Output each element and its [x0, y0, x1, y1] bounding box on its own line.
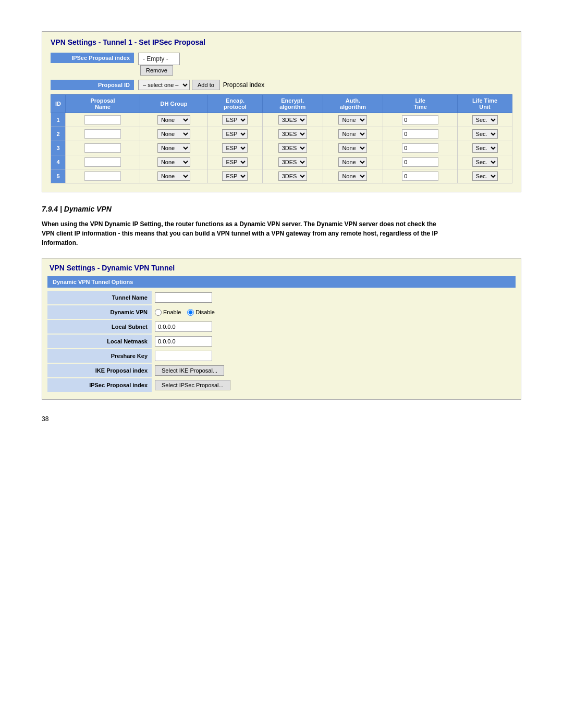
proposal-index-row: IPSec Proposal index - Empty - Remove — [51, 53, 512, 76]
unit-1-select[interactable]: Sec.Min.Hr. — [472, 129, 498, 139]
disable-radio[interactable] — [187, 309, 194, 316]
ike-proposal-label: IKE Proposal index — [47, 364, 152, 377]
proposal-name-input[interactable] — [84, 171, 121, 181]
row-auth: NoneMD5SHA1 — [323, 127, 383, 141]
ike-proposal-button[interactable]: Select IKE Proposal... — [155, 365, 224, 376]
proposal-index-text: Proposal index — [223, 81, 264, 89]
row-id: 3 — [51, 141, 66, 155]
tunnel-name-input[interactable] — [155, 292, 212, 303]
row-auth: NoneMD5SHA1 — [323, 141, 383, 155]
local-subnet-input[interactable] — [155, 322, 212, 332]
preshare-key-row: Preshare Key — [47, 349, 516, 363]
life-time-input[interactable] — [402, 115, 438, 125]
add-to-button[interactable]: Add to — [192, 80, 220, 90]
row-encap: ESPAH — [208, 127, 263, 141]
enable-label: Enable — [163, 309, 181, 315]
disable-radio-label[interactable]: Disable — [187, 309, 215, 316]
enable-radio-label[interactable]: Enable — [155, 309, 181, 316]
row-encrypt: 3DESDESAESNULL — [262, 127, 323, 141]
dh-3-select[interactable]: NoneGroup1Group2Group5 — [157, 157, 190, 167]
row-encap: ESPAH — [208, 155, 263, 169]
row-encap: ESPAH — [208, 113, 263, 127]
proposal-name-input[interactable] — [84, 143, 121, 153]
dh-4-select[interactable]: NoneGroup1Group2Group5 — [157, 171, 190, 181]
enable-radio[interactable] — [155, 309, 162, 316]
row-id: 2 — [51, 127, 66, 141]
row-unit: Sec.Min.Hr. — [458, 169, 512, 183]
col-dh-group: DH Group — [140, 95, 207, 113]
encrypt-3-select[interactable]: 3DESDESAESNULL — [278, 157, 307, 167]
unit-4-select[interactable]: Sec.Min.Hr. — [472, 171, 498, 181]
row-id: 4 — [51, 155, 66, 169]
encrypt-2-select[interactable]: 3DESDESAESNULL — [278, 143, 307, 153]
local-netmask-label: Local Netmask — [47, 335, 152, 348]
row-name — [66, 141, 140, 155]
tunnel-name-label: Tunnel Name — [47, 291, 152, 304]
row-life-time — [383, 169, 458, 183]
life-time-input[interactable] — [402, 129, 438, 139]
proposal-name-input[interactable] — [84, 129, 121, 139]
encap-4-select[interactable]: ESPAH — [222, 171, 248, 181]
row-life-time — [383, 141, 458, 155]
local-netmask-input[interactable] — [155, 336, 212, 347]
encrypt-0-select[interactable]: 3DESDESAESNULL — [278, 115, 307, 125]
row-dh: NoneGroup1Group2Group5 — [140, 127, 207, 141]
unit-2-select[interactable]: Sec.Min.Hr. — [472, 143, 498, 153]
remove-button[interactable]: Remove — [140, 65, 173, 76]
encrypt-1-select[interactable]: 3DESDESAESNULL — [278, 129, 307, 139]
encap-2-select[interactable]: ESPAH — [222, 143, 248, 153]
row-name — [66, 169, 140, 183]
unit-3-select[interactable]: Sec.Min.Hr. — [472, 157, 498, 167]
proposal-index-col: - Empty - Remove — [138, 53, 180, 76]
row-unit: Sec.Min.Hr. — [458, 127, 512, 141]
row-encrypt: 3DESDESAESNULL — [262, 113, 323, 127]
encrypt-4-select[interactable]: 3DESDESAESNULL — [278, 171, 307, 181]
encap-3-select[interactable]: ESPAH — [222, 157, 248, 167]
dh-1-select[interactable]: NoneGroup1Group2Group5 — [157, 129, 190, 139]
dynamic-vpn-heading: 7.9.4 | Dynamic VPN — [42, 205, 521, 213]
row-dh: NoneGroup1Group2Group5 — [140, 169, 207, 183]
row-name — [66, 127, 140, 141]
row-id: 1 — [51, 113, 66, 127]
encap-1-select[interactable]: ESPAH — [222, 129, 248, 139]
dh-0-select[interactable]: NoneGroup1Group2Group5 — [157, 115, 190, 125]
row-id: 5 — [51, 169, 66, 183]
ipsec-proposal-button[interactable]: Select IPSec Proposal... — [155, 380, 230, 390]
table-row: 1NoneGroup1Group2Group5ESPAH3DESDESAESNU… — [51, 113, 512, 127]
col-id: ID — [51, 95, 66, 113]
auth-2-select[interactable]: NoneMD5SHA1 — [338, 143, 367, 153]
ipsec-proposal-label-dynamic: IPSec Proposal index — [47, 378, 152, 392]
table-row: 2NoneGroup1Group2Group5ESPAH3DESDESAESNU… — [51, 127, 512, 141]
tunnel-name-row: Tunnel Name — [47, 291, 516, 304]
auth-4-select[interactable]: NoneMD5SHA1 — [338, 171, 367, 181]
row-name — [66, 113, 140, 127]
proposal-name-input[interactable] — [84, 115, 121, 125]
auth-0-select[interactable]: NoneMD5SHA1 — [338, 115, 367, 125]
proposal-name-input[interactable] — [84, 157, 121, 167]
encap-0-select[interactable]: ESPAH — [222, 115, 248, 125]
auth-1-select[interactable]: NoneMD5SHA1 — [338, 129, 367, 139]
page-number: 38 — [42, 415, 521, 423]
col-encap: Encap.protocol — [208, 95, 263, 113]
row-unit: Sec.Min.Hr. — [458, 155, 512, 169]
life-time-input[interactable] — [402, 157, 438, 167]
local-subnet-row: Local Subnet — [47, 320, 516, 334]
dynamic-vpn-body-text: When using the VPN Dynamic IP Setting, t… — [42, 219, 448, 248]
life-time-input[interactable] — [402, 143, 438, 153]
disable-label: Disable — [195, 309, 215, 315]
table-row: 3NoneGroup1Group2Group5ESPAH3DESDESAESNU… — [51, 141, 512, 155]
auth-3-select[interactable]: NoneMD5SHA1 — [338, 157, 367, 167]
ipsec-proposal-index-label: IPSec Proposal index — [51, 53, 134, 63]
unit-0-select[interactable]: Sec.Min.Hr. — [472, 115, 498, 125]
dh-2-select[interactable]: NoneGroup1Group2Group5 — [157, 143, 190, 153]
dynamic-vpn-row: Dynamic VPN Enable Disable — [47, 305, 516, 319]
preshare-key-label: Preshare Key — [47, 349, 152, 363]
row-auth: NoneMD5SHA1 — [323, 113, 383, 127]
dynamic-vpn-radio-group: Enable Disable — [155, 309, 215, 316]
row-dh: NoneGroup1Group2Group5 — [140, 141, 207, 155]
life-time-input[interactable] — [402, 171, 438, 181]
row-encrypt: 3DESDESAESNULL — [262, 141, 323, 155]
preshare-key-input[interactable] — [155, 351, 212, 361]
proposal-id-select[interactable]: – select one – — [138, 80, 190, 90]
row-encap: ESPAH — [208, 169, 263, 183]
